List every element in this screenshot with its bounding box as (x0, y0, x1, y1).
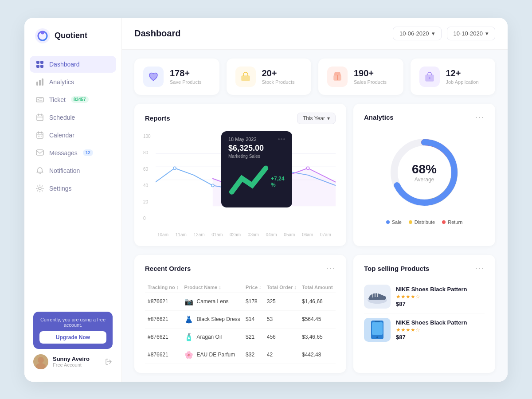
stat-icon-stock (235, 66, 256, 87)
date-from-button[interactable]: 10-06-2020 ▾ (393, 27, 442, 40)
total-order-cell: 53 (264, 310, 299, 328)
svg-rect-10 (36, 98, 43, 102)
svg-rect-50 (372, 322, 383, 335)
ticket-icon (36, 96, 44, 104)
svg-rect-14 (37, 115, 43, 121)
stat-info-job: 12+ Job Application (446, 68, 479, 85)
svg-point-2 (41, 31, 44, 34)
upgrade-text: Currently, you are using a free account. (39, 317, 106, 328)
chevron-icon: ▾ (327, 115, 330, 121)
stat-value-sales: 190+ (354, 68, 387, 78)
bell-icon (36, 167, 44, 175)
sidebar-item-analytics[interactable]: Analytics (30, 74, 116, 90)
sidebar-item-notification[interactable]: Notification (30, 162, 116, 179)
svg-rect-6 (40, 65, 43, 68)
stat-value-save: 178+ (170, 68, 202, 78)
date-from-label: 10-06-2020 (399, 30, 429, 37)
upgrade-button[interactable]: Upgrade Now (39, 331, 106, 344)
table-row: #876621 🧴Aragan Oil $21 456 $3,46,65 (145, 328, 336, 346)
top-more-icon[interactable]: ··· (475, 264, 485, 273)
col-total-order[interactable]: Total Order ↕ (264, 280, 299, 293)
price-cell: $178 (243, 293, 264, 310)
tracking-cell: #876621 (145, 328, 182, 346)
svg-point-40 (211, 184, 214, 187)
product-cell: 🧴Aragan Oil (182, 328, 243, 346)
sidebar-item-schedule[interactable]: Schedule (30, 109, 116, 126)
reports-card: Reports This Year ▾ 020406080100 (134, 104, 346, 246)
stat-label-job: Job Application (446, 79, 479, 85)
middle-row: Reports This Year ▾ 020406080100 (134, 104, 495, 246)
logo-icon (35, 28, 50, 43)
svg-rect-52 (375, 321, 380, 322)
stat-card-job: 12+ Job Application (411, 59, 496, 95)
stat-icon-sales (327, 66, 348, 87)
svg-point-24 (41, 136, 42, 137)
price-cell: $32 (243, 346, 264, 364)
total-amount-cell: $564.45 (299, 310, 336, 328)
svg-rect-25 (36, 150, 43, 155)
sidebar-item-label: Calendar (49, 132, 74, 139)
table-row: #876621 👗Black Sleep Dress $14 53 $564.4… (145, 310, 336, 328)
svg-rect-29 (242, 76, 250, 81)
col-tracking[interactable]: Tracking no ↕ (145, 280, 182, 293)
date-filters: 10-06-2020 ▾ 10-10-2020 ▾ (393, 27, 495, 40)
product-cell: 📷Camera Lens (182, 293, 243, 310)
date-to-button[interactable]: 10-10-2020 ▾ (447, 27, 496, 40)
analytics-card: Analytics ··· (353, 104, 495, 246)
y-axis: 020406080100 (143, 131, 151, 229)
col-price[interactable]: Price ↕ (243, 280, 264, 293)
period-button[interactable]: This Year ▾ (297, 113, 336, 124)
logout-icon[interactable] (105, 358, 113, 366)
stat-value-job: 12+ (446, 68, 479, 78)
tracking-cell: #876621 (145, 293, 182, 310)
col-product[interactable]: Product Name ↕ (182, 280, 243, 293)
tracking-cell: #876621 (145, 346, 182, 364)
analytics-title: Analytics (364, 113, 394, 121)
product-price-1: $87 (396, 301, 485, 307)
donut-chart: 68% Average (384, 133, 464, 212)
stat-label-sales: Sales Products (354, 79, 387, 85)
orders-more-icon[interactable]: ··· (326, 264, 336, 273)
sidebar-item-calendar[interactable]: Calendar (30, 127, 116, 144)
svg-rect-8 (39, 80, 41, 86)
product-stars-1: ★★★★☆ (396, 293, 485, 300)
sidebar-item-settings[interactable]: Settings (30, 180, 116, 197)
product-thumb-shoe (364, 285, 391, 309)
user-name: Sunny Aveiro (53, 356, 100, 362)
upgrade-box: Currently, you are using a free account.… (33, 312, 113, 349)
more-options-icon[interactable]: ··· (475, 113, 485, 122)
date-to-label: 10-10-2020 (454, 30, 483, 37)
chevron-down-icon: ▾ (485, 30, 489, 37)
svg-rect-3 (36, 61, 39, 64)
svg-point-0 (35, 28, 50, 43)
chart-header: Reports This Year ▾ (145, 113, 336, 124)
sidebar-item-messages[interactable]: Messages 12 (30, 145, 116, 161)
donut-label: Average (412, 176, 437, 183)
product-name-1: NIKE Shoes Black Pattern (396, 286, 485, 293)
stat-info-sales: 190+ Sales Products (354, 68, 387, 85)
user-role: Free Account (53, 362, 100, 368)
product-name-2: NIKE Shoes Black Pattern (396, 319, 485, 326)
svg-point-22 (38, 136, 39, 137)
content: 178+ Save Products 20+ Stock Products (122, 50, 508, 382)
svg-rect-9 (42, 78, 43, 86)
svg-point-27 (38, 357, 44, 363)
user-info: Sunny Aveiro Free Account (53, 356, 100, 368)
x-axis: 10am11am12am01am02am03am04am05am06am07am (145, 232, 336, 237)
chart-svg (156, 131, 336, 215)
sidebar-item-ticket[interactable]: Ticket 83457 (30, 91, 116, 108)
logo: Quotient (24, 28, 121, 56)
donut-percentage: 68% (412, 162, 437, 176)
svg-point-28 (36, 363, 46, 369)
total-amount-cell: $442.48 (299, 346, 336, 364)
calendar-icon (36, 131, 44, 139)
gear-icon (36, 184, 44, 192)
stat-card-stock: 20+ Stock Products (227, 59, 312, 95)
stat-card-sales: 190+ Sales Products (318, 59, 403, 95)
user-row: Sunny Aveiro Free Account (33, 354, 113, 369)
sale-dot (386, 220, 390, 224)
sidebar-item-dashboard[interactable]: Dashboard (30, 56, 116, 73)
donut-legend: Sale Distribute Return (386, 219, 463, 225)
product-cell: 👗Black Sleep Dress (182, 310, 243, 328)
total-order-cell: 456 (264, 328, 299, 346)
